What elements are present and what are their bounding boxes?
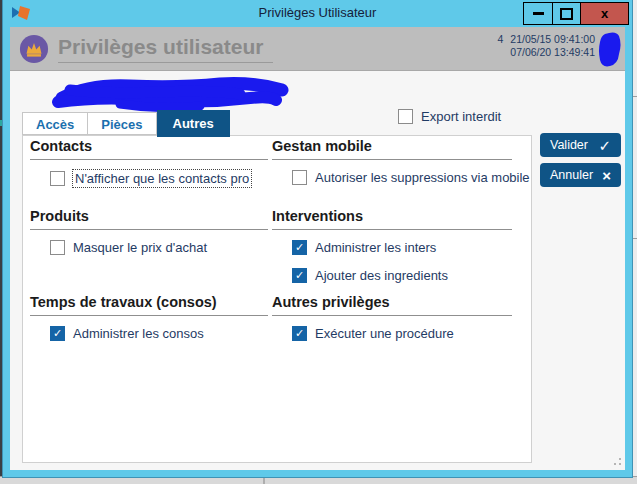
checkbox-row[interactable]: ✓ Ajouter des ingredients: [292, 268, 512, 283]
tab-pieces[interactable]: Pièces: [88, 112, 156, 135]
export-interdit-checkbox[interactable]: ✓: [398, 109, 413, 124]
section-divider: [30, 159, 268, 160]
valider-button[interactable]: Valider ✓: [540, 133, 621, 157]
annuler-button[interactable]: Annuler ×: [540, 163, 621, 187]
section-contacts: Contacts ✓ N'afficher que les contacts p…: [30, 137, 268, 187]
checkbox-label: N'afficher que les contacts pro: [73, 170, 251, 187]
administrer-consos-checkbox[interactable]: ✓: [50, 326, 65, 341]
section-divider: [272, 315, 512, 316]
export-interdit-label: Export interdit: [421, 109, 501, 124]
section-divider: [30, 229, 268, 230]
window-controls: x: [523, 2, 629, 25]
created-timestamp: 21/05/15 09:41:00: [510, 33, 595, 46]
tabbar: Accès Pièces Autres: [22, 112, 230, 135]
section-divider: [272, 159, 512, 160]
administrer-inters-checkbox[interactable]: ✓: [292, 240, 307, 255]
resize-grip[interactable]: [609, 455, 621, 465]
modified-timestamp: 07/06/20 13:49:41: [510, 46, 595, 59]
checkbox-label: Masquer le prix d'achat: [73, 240, 207, 255]
checkbox-label: Administrer les inters: [315, 240, 436, 255]
valider-label: Valider: [550, 138, 588, 152]
annuler-label: Annuler: [550, 168, 593, 182]
record-meta: 4 21/05/15 09:41:00 07/06/20 13:49:41: [497, 33, 595, 59]
section-title: Gestan mobile: [272, 137, 512, 155]
minimize-button[interactable]: [524, 3, 552, 24]
checkbox-row[interactable]: ✓ Exécuter une procédure: [292, 326, 512, 341]
checkbox-row[interactable]: ✓ Administrer les inters: [292, 240, 512, 255]
minimize-icon: [533, 12, 544, 15]
section-temps-travaux: Temps de travaux (consos) ✓ Administrer …: [30, 293, 268, 341]
close-icon: ×: [602, 168, 611, 183]
masquer-prix-checkbox[interactable]: ✓: [50, 240, 65, 255]
export-interdit-row[interactable]: ✓ Export interdit: [398, 109, 501, 124]
page-title: Privilèges utilisateur: [58, 35, 273, 63]
section-title: Contacts: [30, 137, 268, 155]
section-divider: [30, 315, 268, 316]
dialog-body: ✓ Export interdit Accès Pièces Autres Co…: [10, 71, 625, 470]
ajouter-ingredients-checkbox[interactable]: ✓: [292, 268, 307, 283]
executer-procedure-checkbox[interactable]: ✓: [292, 326, 307, 341]
section-title: Autres privilèges: [272, 293, 512, 311]
checkbox-row[interactable]: ✓ N'afficher que les contacts pro: [50, 170, 268, 187]
privileges-dialog-window: Privilèges Utilisateur x Privilèges util…: [3, 0, 632, 477]
titlebar[interactable]: Privilèges Utilisateur x: [3, 0, 632, 25]
suppressions-mobile-checkbox[interactable]: ✓: [292, 170, 307, 185]
check-icon: ✓: [53, 328, 62, 339]
section-autres-privileges: Autres privilèges ✓ Exécuter une procédu…: [272, 293, 512, 341]
close-button[interactable]: x: [580, 3, 628, 24]
screen: Privilèges Utilisateur x Privilèges util…: [0, 0, 637, 484]
section-gestan-mobile: Gestan mobile ✓ Autoriser les suppressio…: [272, 137, 512, 185]
checkbox-row[interactable]: ✓ Masquer le prix d'achat: [50, 240, 268, 255]
section-title: Produits: [30, 207, 268, 225]
checkbox-label: Ajouter des ingredients: [315, 268, 448, 283]
check-icon: ✓: [295, 270, 304, 281]
check-icon: ✓: [295, 328, 304, 339]
checkbox-label: Administrer les consos: [73, 326, 204, 341]
section-produits: Produits ✓ Masquer le prix d'achat: [30, 207, 268, 255]
section-divider: [272, 229, 512, 230]
dialog-header: Privilèges utilisateur 4 21/05/15 09:41:…: [10, 27, 625, 71]
section-title: Temps de travaux (consos): [30, 293, 268, 311]
checkbox-row[interactable]: ✓ Autoriser les suppressions via mobile: [292, 170, 512, 185]
tab-autres[interactable]: Autres: [157, 110, 230, 137]
checkbox-label: Exécuter une procédure: [315, 326, 454, 341]
maximize-icon: [560, 8, 573, 20]
check-icon: ✓: [295, 242, 304, 253]
section-title: Interventions: [272, 207, 512, 225]
redaction-scribble-small: [596, 30, 624, 74]
maximize-button[interactable]: [552, 3, 580, 24]
checkbox-label: Autoriser les suppressions via mobile: [315, 170, 530, 185]
crown-icon: [19, 34, 49, 68]
checkbox-row[interactable]: ✓ Administrer les consos: [50, 326, 268, 341]
background-app-bottom-strip: [0, 476, 637, 484]
record-counter: 4: [497, 33, 503, 46]
tab-acces[interactable]: Accès: [22, 112, 88, 135]
check-icon: ✓: [598, 138, 611, 153]
close-icon: x: [601, 7, 608, 20]
contacts-pro-checkbox[interactable]: ✓: [50, 171, 65, 186]
section-interventions: Interventions ✓ Administrer les inters ✓…: [272, 207, 512, 283]
